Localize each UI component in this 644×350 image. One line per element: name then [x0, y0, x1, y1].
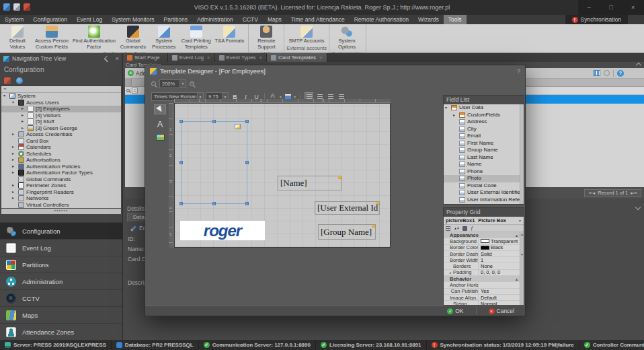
dialog-help-icon[interactable]: ?: [517, 68, 520, 75]
expander-icon[interactable]: [12, 170, 16, 176]
wrench-icon[interactable]: [462, 226, 467, 231]
property-row[interactable]: Sizing Normal: [444, 301, 520, 305]
property-row[interactable]: Border Color Black: [444, 245, 520, 251]
field-list-scrollbar[interactable]: [520, 104, 524, 204]
pin-icon[interactable]: [104, 55, 110, 62]
property-value-cell[interactable]: 0, 0, 0, 0: [479, 269, 520, 275]
resize-handle[interactable]: [212, 202, 216, 205]
dialog-titlebar[interactable]: Template Designer - [For Employees] ?: [145, 65, 525, 77]
tab-close-icon[interactable]: ×: [207, 55, 210, 61]
resize-handle[interactable]: [179, 202, 183, 205]
tree-item[interactable]: Schedules: [1, 151, 121, 158]
field-list-item[interactable]: User Data: [444, 104, 524, 112]
quick-access-icon-2[interactable]: [24, 3, 30, 11]
chevron-down-icon[interactable]: ▼: [293, 95, 297, 99]
field-list-item[interactable]: Postal Code: [444, 182, 524, 190]
sidebar-module-item[interactable]: Maps: [0, 306, 122, 323]
ribbon-button[interactable]: Card Printing Templates: [179, 25, 213, 50]
expander-icon[interactable]: [12, 144, 16, 151]
sidebar-module-item[interactable]: Administration: [0, 273, 122, 289]
chevron-down-icon[interactable]: ▼: [518, 219, 522, 223]
menu-item[interactable]: Maps: [263, 15, 286, 24]
expander-icon[interactable]: [12, 164, 16, 170]
property-value-cell[interactable]: Transparent: [479, 238, 520, 244]
zoom-level-combobox[interactable]: 200% ▼: [159, 79, 186, 88]
sidebar-module-item[interactable]: CCTV: [0, 289, 122, 306]
tree-item[interactable]: [4] Visitors: [1, 112, 121, 119]
tree-item[interactable]: Authentication Factor Types: [1, 170, 121, 176]
expander-icon[interactable]: [12, 157, 16, 164]
property-grid-scrollbar[interactable]: ▲▼: [520, 232, 524, 305]
expander-icon[interactable]: [22, 112, 26, 119]
field-list-item[interactable]: Photo: [444, 175, 524, 182]
menu-item[interactable]: Remote Authorisation: [350, 15, 413, 24]
panel-splitter[interactable]: ▪▪▪▪▪▪: [1, 209, 121, 214]
ribbon-button[interactable]: T&A Formats: [213, 25, 247, 45]
ribbon-button[interactable]: System Options: [331, 25, 362, 50]
document-tab[interactable]: Card Templates ×: [267, 53, 327, 62]
property-value-cell[interactable]: 1: [479, 257, 520, 263]
property-value-cell[interactable]: Yes: [479, 288, 520, 294]
tree-item[interactable]: [3] Green George: [1, 125, 121, 132]
ribbon-button[interactable]: SMTP Accounts: [286, 25, 326, 45]
expander-icon[interactable]: [12, 182, 16, 189]
property-row[interactable]: Behavior: [444, 276, 520, 282]
expander-icon[interactable]: [445, 104, 449, 112]
highlight-color-button[interactable]: [285, 94, 291, 99]
chevron-down-icon[interactable]: ▼: [279, 95, 283, 99]
field-list-item[interactable]: Phone: [444, 168, 524, 176]
record-nav-button[interactable]: »: [635, 190, 637, 195]
menu-item[interactable]: Configuration: [28, 15, 72, 24]
tree-item[interactable]: Access Credentials: [1, 131, 121, 138]
field-list-item[interactable]: Last Name: [444, 154, 524, 162]
property-row[interactable]: Padding 0, 0, 0, 0: [444, 270, 520, 276]
ribbon-button[interactable]: Find Authentication Factor: [71, 25, 118, 50]
property-row[interactable]: Border Dash ... Solid: [444, 251, 520, 257]
property-row[interactable]: Borders None: [444, 263, 520, 269]
property-row[interactable]: Border Width 1: [444, 257, 520, 263]
expander-icon[interactable]: [3, 93, 7, 100]
photo-picture-box[interactable]: [181, 121, 247, 204]
tree-item[interactable]: System: [1, 93, 121, 100]
filter-icon[interactable]: [16, 77, 23, 84]
property-value-cell[interactable]: Normal: [479, 301, 520, 305]
menu-item[interactable]: CCTV: [238, 15, 263, 24]
menu-item[interactable]: System: [0, 15, 28, 24]
tree-item[interactable]: Authentication Policies: [1, 164, 121, 170]
tree-item[interactable]: Card Box: [1, 138, 121, 145]
smart-tag-icon[interactable]: [372, 224, 376, 228]
ribbon-button[interactable]: Default Values: [2, 25, 33, 50]
property-row[interactable]: Anchor Horiz...: [444, 282, 520, 288]
column-chooser-icon[interactable]: [594, 70, 600, 76]
synchronisation-status-button[interactable]: ! Synchronisation: [565, 15, 628, 24]
property-value-cell[interactable]: None: [479, 263, 520, 269]
chevron-down-icon[interactable]: ▼: [179, 80, 186, 88]
minimize-button[interactable]: –: [582, 4, 596, 11]
field-list-item[interactable]: City: [444, 126, 524, 133]
property-row[interactable]: Appearance: [444, 232, 520, 238]
collapse-all-icon[interactable]: [4, 77, 11, 84]
property-value-cell[interactable]: Black: [479, 244, 520, 250]
field-list-item[interactable]: User External Identifier: [444, 189, 524, 197]
sidebar-module-item[interactable]: Partitions: [0, 256, 122, 273]
cancel-button[interactable]: × Cancel: [489, 308, 514, 314]
label-tool[interactable]: A: [157, 119, 163, 129]
ribbon-button[interactable]: Global Commands: [118, 25, 149, 50]
close-button[interactable]: ×: [627, 4, 640, 11]
property-row[interactable]: Can Publish Yes: [444, 289, 520, 295]
expander-icon[interactable]: [12, 100, 16, 106]
document-tab[interactable]: Event Log ×: [168, 53, 215, 62]
app-icon[interactable]: [3, 3, 10, 11]
resize-handle[interactable]: [179, 161, 183, 164]
collapse-details-icon[interactable]: [635, 205, 641, 210]
events-icon[interactable]: ƒ: [471, 225, 473, 232]
menu-item[interactable]: Event Log: [72, 15, 107, 24]
menu-item[interactable]: Tools: [444, 15, 467, 24]
design-canvas[interactable]: [Name] [User External Id] [Group Name] r…: [174, 103, 391, 248]
maximize-button[interactable]: □: [604, 4, 618, 11]
property-value-cell[interactable]: Solid: [479, 251, 520, 257]
name-field-box[interactable]: [Name]: [278, 176, 342, 190]
tab-close-icon[interactable]: ×: [319, 55, 323, 61]
picture-tool[interactable]: [156, 134, 165, 141]
expander-icon[interactable]: [12, 151, 16, 158]
